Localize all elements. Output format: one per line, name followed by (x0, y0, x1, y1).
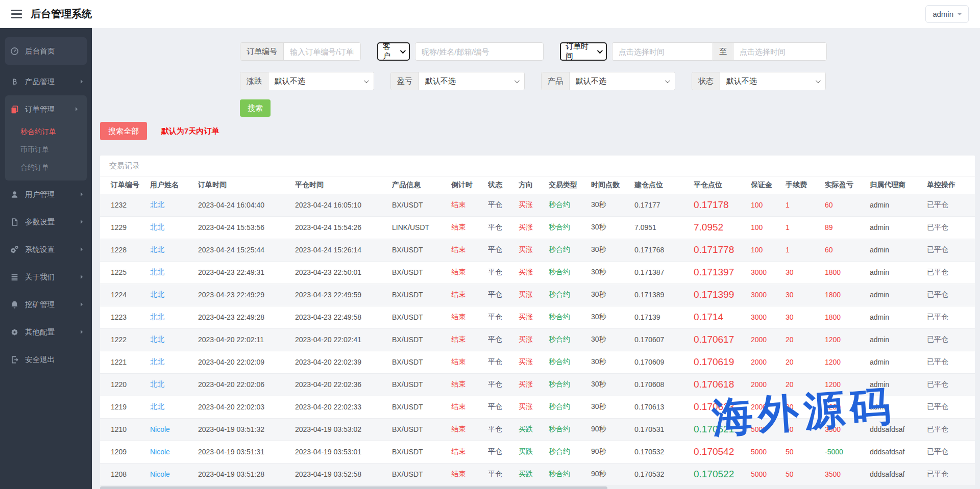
profit-value: 默认不选 (425, 76, 456, 86)
horizontal-scrollbar[interactable] (100, 486, 975, 489)
chevron-right-icon (81, 220, 85, 224)
cell-product: BX/USDT (392, 306, 451, 328)
cell-open-price: 0.170532 (634, 463, 694, 485)
time-from-input[interactable] (612, 43, 713, 60)
sidebar-item-home[interactable]: 后台首页 (5, 37, 87, 65)
user-link[interactable]: 北北 (150, 373, 198, 396)
sidebar-item-parameters[interactable]: 参数设置 (0, 208, 92, 236)
cell-action: 已平仓 (927, 441, 975, 463)
cell-close-time: 2023-04-19 03:53:01 (295, 441, 392, 463)
cell-open-price: 0.170607 (634, 328, 694, 351)
cell-status: 平仓 (488, 418, 519, 441)
cell-duration: 90秒 (591, 441, 634, 463)
user-link[interactable]: 北北 (150, 284, 198, 306)
customer-type-select[interactable]: 客户 (377, 42, 410, 61)
cell-action: 已平仓 (927, 396, 975, 418)
table-row: 1222 北北 2023-04-20 22:02:11 2023-04-20 2… (100, 328, 975, 351)
sidebar-item-other-config[interactable]: 其他配置 (0, 318, 92, 346)
cell-pnl: 1800 (825, 261, 870, 284)
updown-label: 涨跌 (240, 72, 268, 90)
cell-close-time: 2023-04-23 22:49:59 (295, 284, 392, 306)
cell-status: 平仓 (488, 194, 519, 216)
cell-countdown: 结束 (451, 351, 488, 373)
user-link[interactable]: Nicole (150, 441, 198, 463)
sidebar-item-products[interactable]: 产品管理 (0, 68, 92, 95)
cell-trade-type: 秒合约 (549, 396, 591, 418)
sidebar-item-orders[interactable]: 订单管理 (5, 95, 87, 123)
user-link[interactable]: 北北 (150, 239, 198, 261)
cell-close-time: 2023-04-24 15:26:14 (295, 239, 392, 261)
cell-open-price: 0.170609 (634, 351, 694, 373)
cell-close-price: 0.171778 (694, 239, 751, 261)
sidebar-item-users[interactable]: 用户管理 (0, 181, 92, 208)
user-link[interactable]: 北北 (150, 216, 198, 239)
cell-action: 已平仓 (927, 261, 975, 284)
cell-agent: admin (870, 306, 927, 328)
cell-action: 已平仓 (927, 328, 975, 351)
user-link[interactable]: 北北 (150, 396, 198, 418)
cell-status: 平仓 (488, 261, 519, 284)
cell-countdown: 结束 (451, 373, 488, 396)
column-header: 状态 (488, 176, 519, 194)
cell-open-price: 0.170532 (634, 441, 694, 463)
cell-close-price: 7.0952 (694, 216, 751, 239)
hamburger-menu-icon[interactable] (11, 10, 22, 18)
cell-duration: 30秒 (591, 261, 634, 284)
search-all-button[interactable]: 搜索全部 (100, 122, 147, 140)
order-no-input[interactable] (284, 43, 360, 60)
logout-icon (10, 355, 19, 364)
cell-trade-type: 秒合约 (549, 216, 591, 239)
cell-action: 已平仓 (927, 216, 975, 239)
user-link[interactable]: 北北 (150, 194, 198, 216)
cell-duration: 30秒 (591, 396, 634, 418)
search-button[interactable]: 搜索 (240, 99, 271, 117)
updown-select[interactable]: 默认不选 (268, 72, 374, 90)
user-link[interactable]: 北北 (150, 351, 198, 373)
column-header: 产品信息 (392, 176, 451, 194)
sidebar-item-label: 产品管理 (25, 77, 55, 87)
sidebar-item-mining[interactable]: 挖矿管理 (0, 291, 92, 318)
user-link[interactable]: 北北 (150, 261, 198, 284)
sidebar-item-logout[interactable]: 安全退出 (0, 346, 92, 373)
user-link[interactable]: 北北 (150, 328, 198, 351)
cell-agent: dddsafdsaf (870, 418, 927, 441)
cell-fee: 50 (786, 418, 825, 441)
sidebar-subitem-second-contract-orders[interactable]: 秒合约订单 (5, 123, 87, 141)
cell-duration: 30秒 (591, 239, 634, 261)
sidebar-item-label: 关于我们 (25, 272, 55, 282)
cell-close-time: 2023-04-19 03:53:02 (295, 418, 392, 441)
status-select[interactable]: 默认不选 (720, 72, 825, 90)
cell-duration: 30秒 (591, 194, 634, 216)
time-to-input[interactable] (733, 43, 826, 60)
user-link[interactable]: 北北 (150, 306, 198, 328)
cell-open-price: 0.170613 (634, 396, 694, 418)
product-select[interactable]: 默认不选 (570, 72, 675, 90)
sidebar-item-system-settings[interactable]: 系统设置 (0, 236, 92, 263)
cell-close-time: 2023-04-24 16:05:10 (295, 194, 392, 216)
cell-action: 已平仓 (927, 418, 975, 441)
sidebar-subitem-contract-orders[interactable]: 合约订单 (5, 159, 87, 176)
sidebar-item-about-us[interactable]: 关于我们 (0, 263, 92, 291)
cell-open-price: 0.171387 (634, 261, 694, 284)
default-range-notice: 默认为7天内订单 (161, 126, 219, 136)
cell-action: 已平仓 (927, 351, 975, 373)
chevron-right-icon (76, 107, 80, 111)
cell-fee: 30 (786, 284, 825, 306)
user-dropdown[interactable]: admin (925, 5, 969, 23)
cell-close-time: 2023-04-20 22:02:33 (295, 396, 392, 418)
cell-fee: 20 (786, 373, 825, 396)
cell-order-id: 1209 (100, 441, 150, 463)
sidebar-subitem-coin-orders[interactable]: 币币订单 (5, 141, 87, 159)
sidebar-item-label: 其他配置 (25, 327, 55, 337)
cell-close-price: 0.170617 (694, 328, 751, 351)
customer-input[interactable] (415, 42, 544, 61)
profit-select[interactable]: 默认不选 (419, 72, 524, 90)
user-link[interactable]: Nicole (150, 418, 198, 441)
user-link[interactable]: Nicole (150, 463, 198, 485)
profit-filter: 盈亏 默认不选 (390, 72, 525, 90)
column-header: 平仓时间 (295, 176, 392, 194)
cell-order-id: 1224 (100, 284, 150, 306)
cell-close-price: 0.170623 (694, 396, 751, 418)
time-type-select[interactable]: 订单时间 (560, 42, 607, 61)
cell-countdown: 结束 (451, 284, 488, 306)
